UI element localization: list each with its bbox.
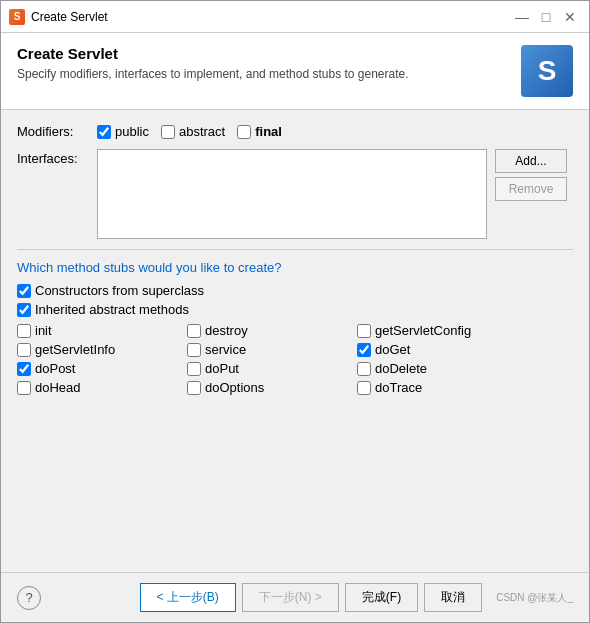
getServletConfig-label: getServletConfig bbox=[375, 323, 471, 338]
getServletInfo-item[interactable]: getServletInfo bbox=[17, 342, 187, 357]
constructors-checkbox-item[interactable]: Constructors from superclass bbox=[17, 283, 573, 298]
inherited-label: Inherited abstract methods bbox=[35, 302, 189, 317]
doGet-label: doGet bbox=[375, 342, 410, 357]
modifiers-controls: public abstract final bbox=[97, 122, 573, 139]
watermark: CSDN @张某人_ bbox=[496, 591, 573, 605]
getServletConfig-item[interactable]: getServletConfig bbox=[357, 323, 537, 338]
add-button[interactable]: Add... bbox=[495, 149, 567, 173]
doPut-label: doPut bbox=[205, 361, 239, 376]
doGet-checkbox[interactable] bbox=[357, 343, 371, 357]
doPut-item[interactable]: doPut bbox=[187, 361, 357, 376]
modifiers-label: Modifiers: bbox=[17, 122, 97, 139]
constructors-checkbox[interactable] bbox=[17, 284, 31, 298]
inherited-checkbox[interactable] bbox=[17, 303, 31, 317]
inherited-checkbox-item[interactable]: Inherited abstract methods bbox=[17, 302, 573, 317]
final-label: final bbox=[255, 124, 282, 139]
abstract-modifier[interactable]: abstract bbox=[161, 124, 225, 139]
final-checkbox[interactable] bbox=[237, 125, 251, 139]
doTrace-checkbox[interactable] bbox=[357, 381, 371, 395]
destroy-item[interactable]: destroy bbox=[187, 323, 357, 338]
doDelete-item[interactable]: doDelete bbox=[357, 361, 537, 376]
help-button[interactable]: ? bbox=[17, 586, 41, 610]
window-title: Create Servlet bbox=[31, 10, 108, 24]
init-item[interactable]: init bbox=[17, 323, 187, 338]
public-label: public bbox=[115, 124, 149, 139]
getServletConfig-checkbox[interactable] bbox=[357, 324, 371, 338]
separator bbox=[17, 249, 573, 250]
doTrace-label: doTrace bbox=[375, 380, 422, 395]
doDelete-label: doDelete bbox=[375, 361, 427, 376]
doDelete-checkbox[interactable] bbox=[357, 362, 371, 376]
doOptions-label: doOptions bbox=[205, 380, 264, 395]
header-section: Create Servlet Specify modifiers, interf… bbox=[1, 33, 589, 110]
next-button[interactable]: 下一步(N) > bbox=[242, 583, 339, 612]
getServletInfo-checkbox[interactable] bbox=[17, 343, 31, 357]
title-bar: S Create Servlet — □ ✕ bbox=[1, 1, 589, 33]
destroy-label: destroy bbox=[205, 323, 248, 338]
doPost-checkbox[interactable] bbox=[17, 362, 31, 376]
window-icon: S bbox=[9, 9, 25, 25]
close-button[interactable]: ✕ bbox=[559, 6, 581, 28]
service-checkbox[interactable] bbox=[187, 343, 201, 357]
doHead-item[interactable]: doHead bbox=[17, 380, 187, 395]
constructors-label: Constructors from superclass bbox=[35, 283, 204, 298]
interfaces-label: Interfaces: bbox=[17, 149, 97, 166]
footer: ? < 上一步(B) 下一步(N) > 完成(F) 取消 CSDN @张某人_ bbox=[1, 572, 589, 622]
footer-buttons: < 上一步(B) 下一步(N) > 完成(F) 取消 CSDN @张某人_ bbox=[140, 583, 574, 612]
interfaces-row: Interfaces: Add... Remove bbox=[17, 149, 573, 239]
public-modifier[interactable]: public bbox=[97, 124, 149, 139]
footer-left: ? bbox=[17, 586, 41, 610]
getServletInfo-label: getServletInfo bbox=[35, 342, 115, 357]
doPut-checkbox[interactable] bbox=[187, 362, 201, 376]
title-bar-left: S Create Servlet bbox=[9, 9, 108, 25]
modifiers-row: Modifiers: public abstract final bbox=[17, 122, 573, 139]
minimize-button[interactable]: — bbox=[511, 6, 533, 28]
doHead-checkbox[interactable] bbox=[17, 381, 31, 395]
service-item[interactable]: service bbox=[187, 342, 357, 357]
remove-button[interactable]: Remove bbox=[495, 177, 567, 201]
main-window: S Create Servlet — □ ✕ Create Servlet Sp… bbox=[0, 0, 590, 623]
finish-button[interactable]: 完成(F) bbox=[345, 583, 418, 612]
abstract-label: abstract bbox=[179, 124, 225, 139]
destroy-checkbox[interactable] bbox=[187, 324, 201, 338]
maximize-button[interactable]: □ bbox=[535, 6, 557, 28]
header-text: Create Servlet Specify modifiers, interf… bbox=[17, 45, 509, 83]
header-title: Create Servlet bbox=[17, 45, 509, 62]
init-label: init bbox=[35, 323, 52, 338]
stubs-grid: init destroy getServletConfig getServlet… bbox=[17, 323, 573, 395]
title-bar-controls: — □ ✕ bbox=[511, 6, 581, 28]
interfaces-area: Add... Remove bbox=[97, 149, 567, 239]
inherited-row: Inherited abstract methods bbox=[17, 302, 573, 317]
doTrace-item[interactable]: doTrace bbox=[357, 380, 537, 395]
window-icon-letter: S bbox=[14, 11, 21, 22]
init-checkbox[interactable] bbox=[17, 324, 31, 338]
header-logo-letter: S bbox=[538, 55, 557, 87]
final-modifier[interactable]: final bbox=[237, 124, 282, 139]
header-logo: S bbox=[521, 45, 573, 97]
interfaces-buttons: Add... Remove bbox=[495, 149, 567, 201]
doHead-label: doHead bbox=[35, 380, 81, 395]
doOptions-item[interactable]: doOptions bbox=[187, 380, 357, 395]
stubs-question: Which method stubs would you like to cre… bbox=[17, 260, 573, 275]
header-description: Specify modifiers, interfaces to impleme… bbox=[17, 66, 509, 83]
main-content: Modifiers: public abstract final Interfa… bbox=[1, 110, 589, 572]
doPost-item[interactable]: doPost bbox=[17, 361, 187, 376]
back-button[interactable]: < 上一步(B) bbox=[140, 583, 236, 612]
service-label: service bbox=[205, 342, 246, 357]
public-checkbox[interactable] bbox=[97, 125, 111, 139]
cancel-button[interactable]: 取消 bbox=[424, 583, 482, 612]
abstract-checkbox[interactable] bbox=[161, 125, 175, 139]
doOptions-checkbox[interactable] bbox=[187, 381, 201, 395]
doGet-item[interactable]: doGet bbox=[357, 342, 537, 357]
doPost-label: doPost bbox=[35, 361, 75, 376]
constructors-row: Constructors from superclass bbox=[17, 283, 573, 298]
interfaces-textarea[interactable] bbox=[97, 149, 487, 239]
